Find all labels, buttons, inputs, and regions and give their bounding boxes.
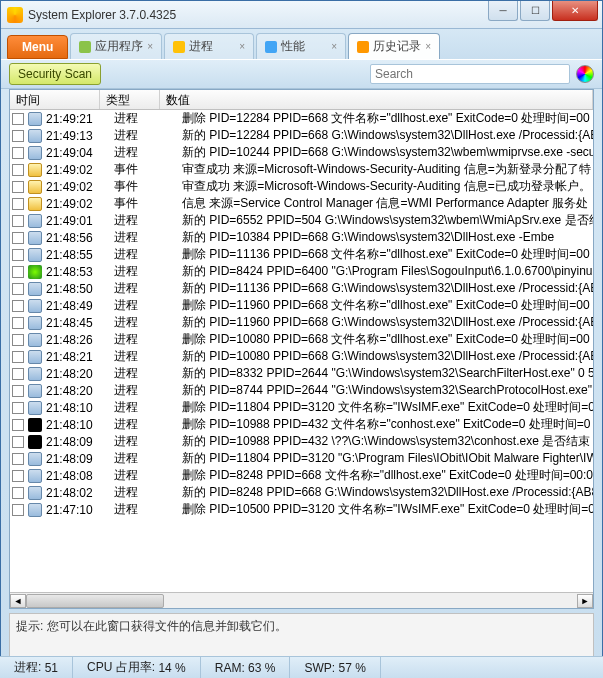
row-checkbox[interactable] [12, 232, 24, 244]
row-checkbox[interactable] [12, 215, 24, 227]
row-checkbox[interactable] [12, 385, 24, 397]
row-checkbox[interactable] [12, 470, 24, 482]
cell-time: 21:49:13 [46, 129, 102, 143]
row-checkbox[interactable] [12, 368, 24, 380]
tab-applications[interactable]: 应用程序 × [70, 33, 162, 59]
tab-close-icon[interactable]: × [331, 41, 337, 52]
cell-type: 进程 [114, 382, 174, 399]
row-checkbox[interactable] [12, 283, 24, 295]
cell-type: 进程 [114, 263, 174, 280]
row-checkbox[interactable] [12, 419, 24, 431]
table-row[interactable]: 21:49:02事件审查成功 来源=Microsoft-Windows-Secu… [10, 178, 593, 195]
cell-time: 21:48:50 [46, 282, 102, 296]
table-row[interactable]: 21:48:50进程新的 PID=11136 PPID=668 G:\Windo… [10, 280, 593, 297]
scroll-thumb[interactable] [26, 594, 164, 608]
cell-type: 进程 [114, 246, 174, 263]
table-row[interactable]: 21:48:53进程新的 PID=8424 PPID=6400 "G:\Prog… [10, 263, 593, 280]
row-checkbox[interactable] [12, 113, 24, 125]
row-icon [28, 129, 42, 143]
refresh-icon[interactable] [576, 65, 594, 83]
cell-type: 进程 [114, 365, 174, 382]
table-row[interactable]: 21:47:10进程删除 PID=10500 PPID=3120 文件名称="I… [10, 501, 593, 518]
scroll-left-arrow[interactable]: ◄ [10, 594, 26, 608]
cell-time: 21:48:45 [46, 316, 102, 330]
table-row[interactable]: 21:48:09进程新的 PID=11804 PPID=3120 "G:\Pro… [10, 450, 593, 467]
tab-close-icon[interactable]: × [239, 41, 245, 52]
table-row[interactable]: 21:49:13进程新的 PID=12284 PPID=668 G:\Windo… [10, 127, 593, 144]
row-checkbox[interactable] [12, 504, 24, 516]
table-row[interactable]: 21:48:45进程新的 PID=11960 PPID=668 G:\Windo… [10, 314, 593, 331]
row-checkbox[interactable] [12, 198, 24, 210]
table-row[interactable]: 21:49:01进程新的 PID=6552 PPID=504 G:\Window… [10, 212, 593, 229]
table-row[interactable]: 21:48:02进程新的 PID=8248 PPID=668 G:\Window… [10, 484, 593, 501]
row-checkbox[interactable] [12, 164, 24, 176]
column-type[interactable]: 类型 [100, 90, 160, 109]
tab-icon [79, 41, 91, 53]
row-icon [28, 231, 42, 245]
cell-type: 进程 [114, 331, 174, 348]
row-checkbox[interactable] [12, 351, 24, 363]
table-row[interactable]: 21:48:20进程新的 PID=8332 PPID=2644 "G:\Wind… [10, 365, 593, 382]
table-row[interactable]: 21:48:55进程删除 PID=11136 PPID=668 文件名称="dl… [10, 246, 593, 263]
maximize-button[interactable]: ☐ [520, 1, 550, 21]
row-checkbox[interactable] [12, 402, 24, 414]
cell-type: 事件 [114, 161, 174, 178]
table-row[interactable]: 21:48:20进程新的 PID=8744 PPID=2644 "G:\Wind… [10, 382, 593, 399]
column-value[interactable]: 数值 [160, 90, 593, 109]
cell-value: 删除 PID=10080 PPID=668 文件名称="dllhost.exe"… [182, 331, 593, 348]
table-row[interactable]: 21:48:56进程新的 PID=10384 PPID=668 G:\Windo… [10, 229, 593, 246]
search-input[interactable] [370, 64, 570, 84]
app-icon [7, 7, 23, 23]
minimize-button[interactable]: ─ [488, 1, 518, 21]
row-icon [28, 316, 42, 330]
row-icon [28, 469, 42, 483]
tab-processes[interactable]: 进程 × [164, 33, 254, 59]
row-checkbox[interactable] [12, 147, 24, 159]
scroll-right-arrow[interactable]: ► [577, 594, 593, 608]
row-checkbox[interactable] [12, 130, 24, 142]
row-checkbox[interactable] [12, 436, 24, 448]
tabs-bar: Menu 应用程序 × 进程 × 性能 × 历史记录 × [1, 29, 602, 59]
table-row[interactable]: 21:49:02事件审查成功 来源=Microsoft-Windows-Secu… [10, 161, 593, 178]
table-row[interactable]: 21:49:02事件信息 来源=Service Control Manager … [10, 195, 593, 212]
cell-value: 删除 PID=11136 PPID=668 文件名称="dllhost.exe"… [182, 246, 593, 263]
row-checkbox[interactable] [12, 300, 24, 312]
table-row[interactable]: 21:48:09进程新的 PID=10988 PPID=432 \??\G:\W… [10, 433, 593, 450]
row-checkbox[interactable] [12, 181, 24, 193]
cell-value: 新的 PID=10244 PPID=668 G:\Windows\system3… [182, 144, 593, 161]
tab-close-icon[interactable]: × [425, 41, 431, 52]
table-row[interactable]: 21:48:26进程删除 PID=10080 PPID=668 文件名称="dl… [10, 331, 593, 348]
table-row[interactable]: 21:48:10进程删除 PID=11804 PPID=3120 文件名称="I… [10, 399, 593, 416]
table-row[interactable]: 21:48:21进程新的 PID=10080 PPID=668 G:\Windo… [10, 348, 593, 365]
close-button[interactable]: ✕ [552, 1, 598, 21]
horizontal-scrollbar[interactable]: ◄ ► [10, 592, 593, 608]
cell-value: 新的 PID=8744 PPID=2644 "G:\Windows\system… [182, 382, 593, 399]
row-checkbox[interactable] [12, 249, 24, 261]
cell-type: 进程 [114, 416, 174, 433]
menu-button[interactable]: Menu [7, 35, 68, 59]
table-row[interactable]: 21:48:49进程删除 PID=11960 PPID=668 文件名称="dl… [10, 297, 593, 314]
column-time[interactable]: 时间 [10, 90, 100, 109]
tab-performance[interactable]: 性能 × [256, 33, 346, 59]
tab-label: 进程 [189, 38, 213, 55]
table-row[interactable]: 21:49:21进程删除 PID=12284 PPID=668 文件名称="dl… [10, 110, 593, 127]
row-icon [28, 384, 42, 398]
row-checkbox[interactable] [12, 453, 24, 465]
security-scan-button[interactable]: Security Scan [9, 63, 101, 85]
row-checkbox[interactable] [12, 334, 24, 346]
table-row[interactable]: 21:48:10进程删除 PID=10988 PPID=432 文件名称="co… [10, 416, 593, 433]
tab-label: 性能 [281, 38, 305, 55]
tab-history[interactable]: 历史记录 × [348, 33, 440, 59]
row-checkbox[interactable] [12, 266, 24, 278]
table-row[interactable]: 21:49:04进程新的 PID=10244 PPID=668 G:\Windo… [10, 144, 593, 161]
tab-label: 历史记录 [373, 38, 421, 55]
table-row[interactable]: 21:48:08进程删除 PID=8248 PPID=668 文件名称="dll… [10, 467, 593, 484]
cell-type: 进程 [114, 229, 174, 246]
row-checkbox[interactable] [12, 317, 24, 329]
row-icon [28, 299, 42, 313]
cell-time: 21:49:02 [46, 163, 102, 177]
row-icon [28, 418, 42, 432]
cell-value: 删除 PID=10988 PPID=432 文件名称="conhost.exe"… [182, 416, 593, 433]
row-checkbox[interactable] [12, 487, 24, 499]
tab-close-icon[interactable]: × [147, 41, 153, 52]
